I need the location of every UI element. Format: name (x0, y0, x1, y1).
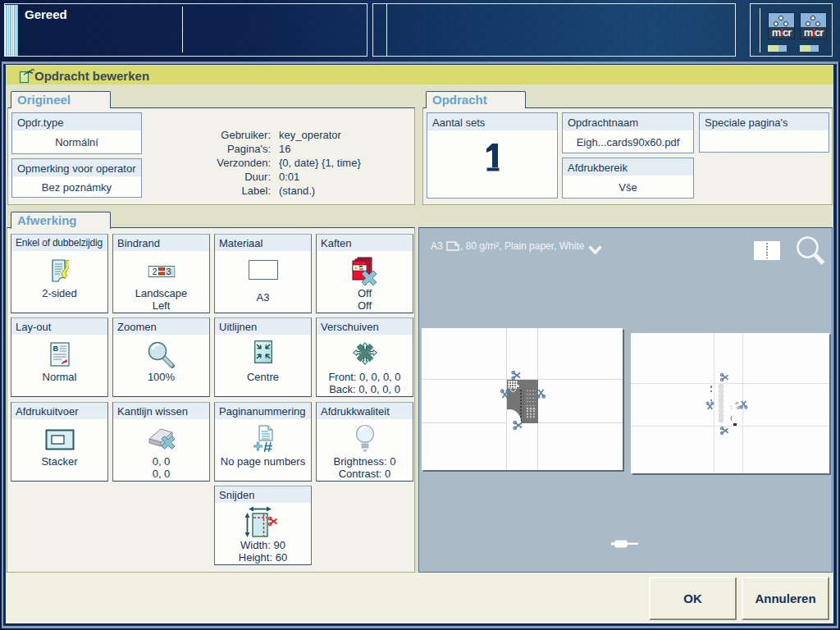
svg-text:B: B (52, 345, 58, 353)
svg-text:2: 2 (152, 267, 157, 276)
svg-text:,..: ,.. (729, 404, 735, 409)
svg-text:3: 3 (166, 267, 171, 276)
